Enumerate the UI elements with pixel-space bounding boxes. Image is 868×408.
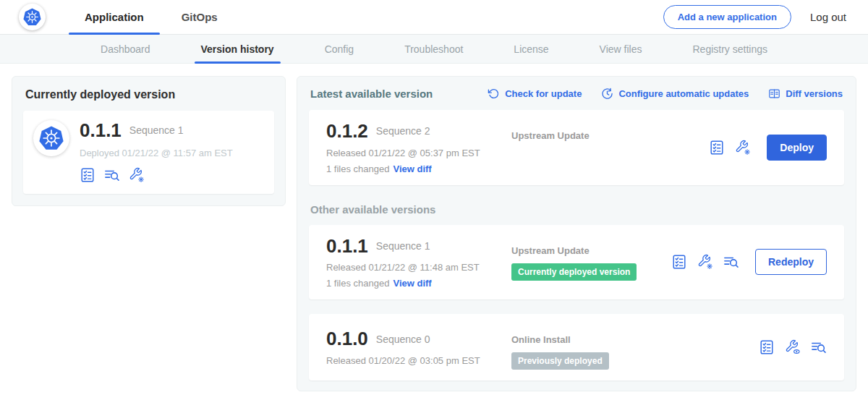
subnav-version-history-label: Version history [201, 43, 274, 55]
currently-deployed-card: 0.1.1 Sequence 1 Deployed 01/21/22 @ 11:… [23, 111, 274, 194]
subnav-dashboard-label: Dashboard [101, 43, 150, 55]
preflight-checks-icon[interactable] [671, 254, 687, 270]
version-number: 0.1.0 [326, 328, 368, 349]
view-diff-link[interactable]: View diff [393, 163, 431, 174]
version-card-0-1-0: 0.1.0 Sequence 0 Released 01/20/22 @ 03:… [309, 314, 844, 381]
redeploy-button[interactable]: Redeploy [755, 249, 827, 275]
subnav-config-label: Config [325, 43, 354, 55]
other-available-versions-title: Other available versions [310, 203, 843, 216]
version-number: 0.1.2 [326, 121, 368, 142]
tab-gitops[interactable]: GitOps [163, 0, 237, 34]
subnav-version-history[interactable]: Version history [176, 35, 299, 63]
subnav-registry-settings[interactable]: Registry settings [668, 35, 793, 63]
kubernetes-logo-icon [19, 4, 46, 30]
deploy-logs-icon[interactable] [104, 167, 120, 183]
add-application-button[interactable]: Add a new application [663, 5, 791, 29]
files-changed-label: 1 files changed [326, 278, 389, 289]
logout-button[interactable]: Log out [810, 11, 846, 23]
edit-config-icon[interactable] [735, 140, 751, 156]
files-changed-label: 1 files changed [326, 163, 389, 174]
auto-update-icon [601, 88, 613, 100]
deploy-button[interactable]: Deploy [767, 135, 827, 161]
version-source-label: Upstream Update [511, 245, 671, 256]
subnav-registry-settings-label: Registry settings [693, 43, 767, 55]
version-actions: Check for update Configure automatic upd… [488, 88, 843, 100]
deployed-version-number: 0.1.1 [80, 120, 122, 141]
app-subnav: Dashboard Version history Config Trouble… [0, 35, 868, 64]
diff-icon [768, 88, 780, 100]
version-number: 0.1.1 [326, 236, 368, 257]
version-source-label: Online Install [511, 334, 759, 345]
refresh-icon [488, 88, 500, 100]
version-sequence: Sequence 1 [376, 240, 430, 252]
preflight-checks-icon[interactable] [759, 339, 775, 355]
version-released-timestamp: Released 01/20/22 @ 03:05 pm EST [326, 355, 511, 366]
version-card-0-1-2: 0.1.2 Sequence 2 Released 01/21/22 @ 05:… [309, 110, 844, 185]
view-diff-link[interactable]: View diff [393, 278, 431, 289]
app-logo-icon [33, 120, 69, 156]
tab-application-label: Application [85, 11, 144, 23]
diff-versions-link[interactable]: Diff versions [768, 88, 843, 100]
subnav-dashboard[interactable]: Dashboard [75, 35, 176, 63]
edit-config-icon[interactable] [697, 254, 713, 270]
main-content: Currently deployed version 0.1.1 Sequenc… [0, 64, 868, 391]
version-sequence: Sequence 0 [376, 333, 430, 345]
subnav-license[interactable]: License [488, 35, 574, 63]
subnav-troubleshoot-label: Troubleshoot [404, 43, 463, 55]
check-for-update-label: Check for update [505, 88, 582, 99]
view-config-icon[interactable] [785, 339, 801, 355]
version-released-timestamp: Released 01/21/22 @ 05:37 pm EST [326, 148, 511, 158]
check-for-update-link[interactable]: Check for update [488, 88, 582, 100]
subnav-license-label: License [514, 43, 548, 55]
version-sequence: Sequence 2 [376, 125, 430, 137]
subnav-view-files[interactable]: View files [574, 35, 668, 63]
currently-deployed-panel: Currently deployed version 0.1.1 Sequenc… [12, 76, 286, 206]
edit-config-icon[interactable] [129, 167, 145, 183]
deploy-logs-icon[interactable] [723, 254, 739, 270]
version-released-timestamp: Released 01/21/22 @ 11:48 am EST [326, 262, 511, 273]
version-source-label: Upstream Update [511, 130, 709, 141]
diff-versions-label: Diff versions [786, 88, 843, 99]
previously-deployed-badge: Previously deployed [511, 352, 609, 370]
top-nav: Application GitOps Add a new application… [0, 0, 868, 35]
version-card-0-1-1: 0.1.1 Sequence 1 Released 01/21/22 @ 11:… [309, 225, 844, 300]
subnav-config[interactable]: Config [299, 35, 379, 63]
tab-application[interactable]: Application [66, 0, 163, 34]
deployed-sequence: Sequence 1 [129, 124, 184, 136]
top-tabs: Application GitOps [66, 0, 237, 34]
preflight-checks-icon[interactable] [709, 140, 725, 156]
deploy-logs-icon[interactable] [811, 339, 827, 355]
version-history-panel: Latest available version Check for updat… [297, 76, 856, 391]
deployed-version-info: 0.1.1 Sequence 1 Deployed 01/21/22 @ 11:… [80, 120, 233, 183]
configure-automatic-updates-label: Configure automatic updates [618, 88, 749, 99]
latest-available-title: Latest available version [310, 88, 433, 100]
preflight-checks-icon[interactable] [80, 167, 95, 183]
configure-automatic-updates-link[interactable]: Configure automatic updates [601, 88, 749, 100]
deployed-timestamp: Deployed 01/21/22 @ 11:57 am EST [80, 148, 233, 158]
currently-deployed-badge: Currently deployed version [511, 263, 637, 281]
subnav-view-files-label: View files [600, 43, 642, 55]
top-nav-right: Add a new application Log out [663, 5, 868, 29]
tab-gitops-label: GitOps [182, 11, 218, 23]
currently-deployed-title: Currently deployed version [25, 88, 274, 101]
subnav-troubleshoot[interactable]: Troubleshoot [379, 35, 488, 63]
